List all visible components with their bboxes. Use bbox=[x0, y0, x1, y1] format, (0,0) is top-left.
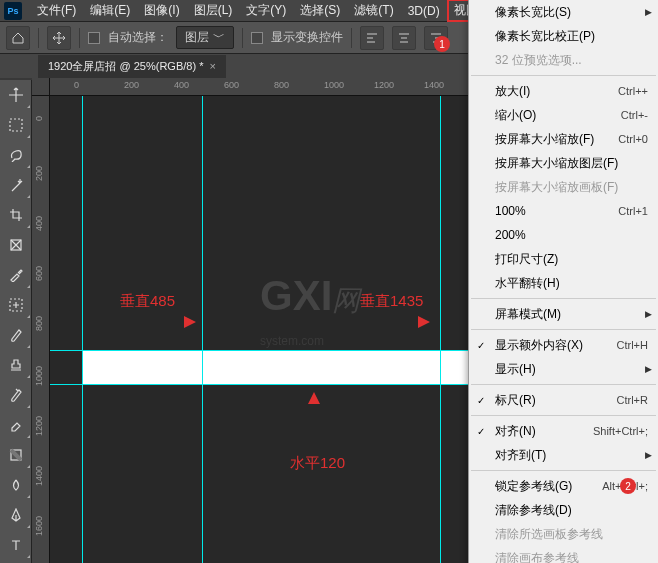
document-tab[interactable]: 1920全屏店招 @ 25%(RGB/8) * × bbox=[38, 55, 226, 78]
menu-item-label: 清除参考线(D) bbox=[495, 502, 572, 519]
blur-tool[interactable] bbox=[0, 470, 32, 500]
menu-file[interactable]: 文件(F) bbox=[30, 0, 83, 22]
menu-separator bbox=[471, 384, 656, 385]
guide-vertical-edge[interactable] bbox=[82, 96, 83, 563]
menu-filter[interactable]: 滤镜(T) bbox=[347, 0, 400, 22]
menu-shortcut: Ctrl+R bbox=[617, 394, 648, 406]
menu-item-label: 按屏幕大小缩放画板(F) bbox=[495, 179, 618, 196]
menu-select[interactable]: 选择(S) bbox=[293, 0, 347, 22]
menu-item-label: 对齐(N) bbox=[495, 423, 536, 440]
check-icon: ✓ bbox=[477, 426, 485, 437]
menu-item-12[interactable]: 水平翻转(H) bbox=[469, 271, 658, 295]
chevron-down-icon: ﹀ bbox=[213, 29, 225, 46]
heal-tool[interactable] bbox=[0, 290, 32, 320]
menu-separator bbox=[471, 415, 656, 416]
menu-item-label: 打印尺寸(Z) bbox=[495, 251, 558, 268]
guide-vertical-2[interactable] bbox=[440, 96, 441, 563]
menu-item-5[interactable]: 缩小(O)Ctrl+- bbox=[469, 103, 658, 127]
menu-item-label: 清除所选画板参考线 bbox=[495, 526, 603, 543]
menu-item-22[interactable]: 对齐到(T)▶ bbox=[469, 443, 658, 467]
menu-item-11[interactable]: 打印尺寸(Z) bbox=[469, 247, 658, 271]
brush-tool[interactable] bbox=[0, 320, 32, 350]
menu-item-16[interactable]: ✓显示额外内容(X)Ctrl+H bbox=[469, 333, 658, 357]
menu-item-14[interactable]: 屏幕模式(M)▶ bbox=[469, 302, 658, 326]
menu-item-9[interactable]: 100%Ctrl+1 bbox=[469, 199, 658, 223]
ruler-vertical[interactable]: 0 200 400 600 800 1000 1200 1400 1600 bbox=[32, 96, 50, 563]
history-brush-tool[interactable] bbox=[0, 380, 32, 410]
toolbar bbox=[0, 80, 32, 563]
menu-separator bbox=[471, 329, 656, 330]
menu-item-label: 像素长宽比校正(P) bbox=[495, 28, 595, 45]
menu-item-19[interactable]: ✓标尺(R)Ctrl+R bbox=[469, 388, 658, 412]
menu-item-label: 200% bbox=[495, 228, 526, 242]
menu-item-1[interactable]: 像素长宽比校正(P) bbox=[469, 24, 658, 48]
frame-tool[interactable] bbox=[0, 230, 32, 260]
check-icon: ✓ bbox=[477, 340, 485, 351]
menu-shortcut: Ctrl++ bbox=[618, 85, 648, 97]
menu-type[interactable]: 文字(Y) bbox=[239, 0, 293, 22]
svg-rect-4 bbox=[401, 37, 407, 39]
menu-shortcut: Ctrl+0 bbox=[618, 133, 648, 145]
show-transform-checkbox[interactable] bbox=[251, 32, 263, 44]
menu-separator bbox=[471, 75, 656, 76]
menu-item-label: 像素长宽比(S) bbox=[495, 4, 571, 21]
menu-item-label: 水平翻转(H) bbox=[495, 275, 560, 292]
check-icon: ✓ bbox=[477, 395, 485, 406]
menu-item-21[interactable]: ✓对齐(N)Shift+Ctrl+; bbox=[469, 419, 658, 443]
svg-rect-9 bbox=[10, 119, 22, 131]
svg-rect-0 bbox=[367, 33, 377, 35]
menu-shortcut: Ctrl+- bbox=[621, 109, 648, 121]
move-tool-icon[interactable] bbox=[47, 26, 71, 50]
menu-item-0[interactable]: 像素长宽比(S)▶ bbox=[469, 0, 658, 24]
menu-item-label: 锁定参考线(G) bbox=[495, 478, 572, 495]
pen-tool[interactable] bbox=[0, 500, 32, 530]
crop-tool[interactable] bbox=[0, 200, 32, 230]
eraser-tool[interactable] bbox=[0, 410, 32, 440]
eyedropper-tool[interactable] bbox=[0, 260, 32, 290]
menu-item-label: 按屏幕大小缩放图层(F) bbox=[495, 155, 618, 172]
menu-item-label: 对齐到(T) bbox=[495, 447, 546, 464]
menu-item-25[interactable]: 清除参考线(D) bbox=[469, 498, 658, 522]
move-tool[interactable] bbox=[0, 80, 32, 110]
menu-item-27: 清除画布参考线 bbox=[469, 546, 658, 563]
menu-item-label: 放大(I) bbox=[495, 83, 530, 100]
menu-3d[interactable]: 3D(D) bbox=[401, 1, 447, 21]
menu-layer[interactable]: 图层(L) bbox=[187, 0, 240, 22]
menu-separator bbox=[471, 298, 656, 299]
svg-rect-3 bbox=[399, 33, 409, 35]
submenu-arrow-icon: ▶ bbox=[645, 7, 652, 17]
menu-item-8: 按屏幕大小缩放画板(F) bbox=[469, 175, 658, 199]
annotation-badge-1: 1 bbox=[434, 36, 450, 52]
gradient-tool[interactable] bbox=[0, 440, 32, 470]
menu-item-label: 100% bbox=[495, 204, 526, 218]
lasso-tool[interactable] bbox=[0, 140, 32, 170]
guide-vertical-1[interactable] bbox=[202, 96, 203, 563]
svg-rect-5 bbox=[400, 41, 408, 43]
type-tool[interactable] bbox=[0, 530, 32, 560]
menu-item-10[interactable]: 200% bbox=[469, 223, 658, 247]
home-icon[interactable] bbox=[6, 26, 30, 50]
ps-logo: Ps bbox=[4, 2, 22, 20]
menu-item-6[interactable]: 按屏幕大小缩放(F)Ctrl+0 bbox=[469, 127, 658, 151]
target-select[interactable]: 图层﹀ bbox=[176, 26, 234, 49]
align-left-icon[interactable] bbox=[360, 26, 384, 50]
auto-select-checkbox[interactable] bbox=[88, 32, 100, 44]
menu-item-7[interactable]: 按屏幕大小缩放图层(F) bbox=[469, 151, 658, 175]
menu-image[interactable]: 图像(I) bbox=[137, 0, 186, 22]
watermark: GXI网 system.com bbox=[260, 272, 360, 352]
magic-wand-tool[interactable] bbox=[0, 170, 32, 200]
menu-item-17[interactable]: 显示(H)▶ bbox=[469, 357, 658, 381]
align-center-icon[interactable] bbox=[392, 26, 416, 50]
marquee-tool[interactable] bbox=[0, 110, 32, 140]
stamp-tool[interactable] bbox=[0, 350, 32, 380]
menu-item-label: 显示(H) bbox=[495, 361, 536, 378]
document-title: 1920全屏店招 @ 25%(RGB/8) * bbox=[48, 59, 203, 74]
menu-item-4[interactable]: 放大(I)Ctrl++ bbox=[469, 79, 658, 103]
menu-separator bbox=[471, 470, 656, 471]
menu-shortcut: Ctrl+H bbox=[617, 339, 648, 351]
annotation-badge-2: 2 bbox=[620, 478, 636, 494]
menu-item-label: 显示额外内容(X) bbox=[495, 337, 583, 354]
menu-item-label: 32 位预览选项... bbox=[495, 52, 582, 69]
close-tab-icon[interactable]: × bbox=[209, 60, 215, 72]
menu-edit[interactable]: 编辑(E) bbox=[83, 0, 137, 22]
